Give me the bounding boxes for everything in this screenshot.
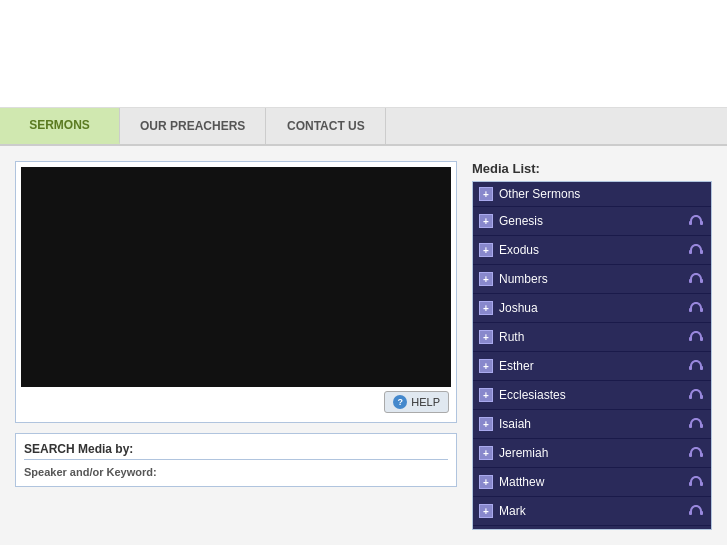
media-list-item[interactable]: +Exodus: [473, 236, 711, 265]
svg-rect-6: [689, 308, 692, 312]
expand-icon: +: [479, 388, 493, 402]
expand-icon: +: [479, 417, 493, 431]
audio-icon: [687, 270, 705, 288]
media-item-label: Ecclesiastes: [499, 388, 566, 402]
svg-rect-14: [689, 424, 692, 428]
media-item-label: Isaiah: [499, 417, 531, 431]
search-section: SEARCH Media by: Speaker and/or Keyword:: [15, 433, 457, 487]
expand-icon: +: [479, 446, 493, 460]
main-content: ? HELP SEARCH Media by: Speaker and/or K…: [0, 146, 727, 545]
audio-icon: [687, 212, 705, 230]
expand-icon: +: [479, 301, 493, 315]
svg-rect-19: [700, 482, 703, 486]
audio-icon: [687, 386, 705, 404]
audio-icon: [687, 444, 705, 462]
svg-rect-12: [689, 395, 692, 399]
media-list-item[interactable]: +Ruth: [473, 323, 711, 352]
expand-icon: +: [479, 330, 493, 344]
svg-rect-13: [700, 395, 703, 399]
header: [0, 0, 727, 108]
media-item-label: Joshua: [499, 301, 538, 315]
media-item-label: Other Sermons: [499, 187, 580, 201]
svg-rect-11: [700, 366, 703, 370]
audio-icon: [687, 241, 705, 259]
media-list-container[interactable]: +Other Sermons+Genesis +Exodus +Numbers …: [472, 181, 712, 530]
expand-icon: +: [479, 272, 493, 286]
media-list-item[interactable]: +Matthew: [473, 468, 711, 497]
svg-rect-15: [700, 424, 703, 428]
media-list-item[interactable]: +Jeremiah: [473, 439, 711, 468]
expand-icon: +: [479, 504, 493, 518]
media-item-label: Numbers: [499, 272, 548, 286]
video-player[interactable]: [21, 167, 451, 387]
nav-tabs: SERMONS OUR PREACHERS CONTACT US: [0, 108, 727, 146]
help-button[interactable]: ? HELP: [384, 391, 449, 413]
media-list-header: Media List:: [472, 161, 712, 176]
svg-rect-9: [700, 337, 703, 341]
speaker-keyword-label: Speaker and/or Keyword:: [24, 466, 448, 478]
media-item-label: Esther: [499, 359, 534, 373]
right-panel: Media List: +Other Sermons+Genesis +Exod…: [472, 161, 712, 530]
expand-icon: +: [479, 359, 493, 373]
svg-rect-3: [700, 250, 703, 254]
svg-rect-5: [700, 279, 703, 283]
media-list-item[interactable]: +Luke: [473, 526, 711, 530]
expand-icon: +: [479, 214, 493, 228]
media-list-item[interactable]: +Other Sermons: [473, 182, 711, 207]
svg-rect-10: [689, 366, 692, 370]
left-panel: ? HELP SEARCH Media by: Speaker and/or K…: [15, 161, 457, 530]
media-item-label: Ruth: [499, 330, 524, 344]
expand-icon: +: [479, 243, 493, 257]
media-list-item[interactable]: +Numbers: [473, 265, 711, 294]
expand-icon: +: [479, 475, 493, 489]
help-icon: ?: [393, 395, 407, 409]
svg-rect-4: [689, 279, 692, 283]
svg-rect-0: [689, 221, 692, 225]
svg-rect-8: [689, 337, 692, 341]
svg-rect-1: [700, 221, 703, 225]
media-item-label: Genesis: [499, 214, 543, 228]
search-title: SEARCH Media by:: [24, 442, 448, 460]
tab-sermons[interactable]: SERMONS: [0, 108, 120, 144]
audio-icon: [687, 473, 705, 491]
expand-icon: +: [479, 187, 493, 201]
svg-rect-17: [700, 453, 703, 457]
media-list-item[interactable]: +Isaiah: [473, 410, 711, 439]
tab-our-preachers[interactable]: OUR PREACHERS: [120, 108, 266, 144]
media-item-label: Matthew: [499, 475, 544, 489]
media-item-label: Jeremiah: [499, 446, 548, 460]
audio-icon: [687, 415, 705, 433]
media-list-item[interactable]: +Esther: [473, 352, 711, 381]
svg-rect-2: [689, 250, 692, 254]
media-item-label: Exodus: [499, 243, 539, 257]
media-item-label: Mark: [499, 504, 526, 518]
tab-contact-us[interactable]: CONTACT US: [266, 108, 386, 144]
audio-icon: [687, 328, 705, 346]
media-list-item[interactable]: +Joshua: [473, 294, 711, 323]
media-list-item[interactable]: +Mark: [473, 497, 711, 526]
media-list-item[interactable]: +Genesis: [473, 207, 711, 236]
media-list-item[interactable]: +Ecclesiastes: [473, 381, 711, 410]
svg-rect-18: [689, 482, 692, 486]
svg-rect-21: [700, 511, 703, 515]
svg-rect-7: [700, 308, 703, 312]
audio-icon: [687, 299, 705, 317]
svg-rect-16: [689, 453, 692, 457]
help-row: ? HELP: [21, 387, 451, 417]
audio-icon: [687, 357, 705, 375]
video-container: ? HELP: [15, 161, 457, 423]
audio-icon: [687, 502, 705, 520]
svg-rect-20: [689, 511, 692, 515]
